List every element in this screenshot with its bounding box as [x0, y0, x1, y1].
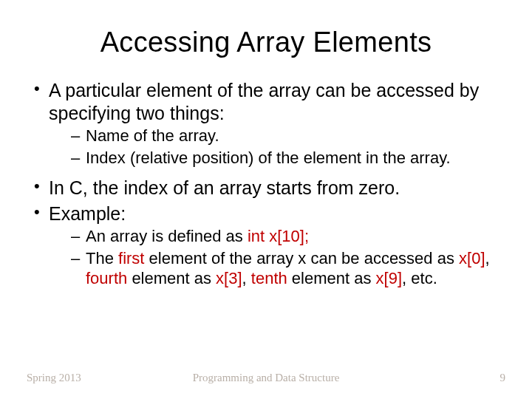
sub-text: Name of the array. [86, 126, 219, 145]
t: element of the array x can be accessed a… [144, 249, 459, 267]
kw-tenth: tenth [251, 269, 287, 287]
bullet-item: A particular element of the array can be… [33, 79, 502, 174]
bullet-item: Example: An array is defined as int x[10… [33, 202, 502, 295]
t: , etc. [402, 269, 437, 287]
t: element as [127, 269, 216, 287]
kw-first: first [118, 249, 144, 267]
bullet-list: A particular element of the array can be… [27, 79, 505, 295]
t: , [242, 269, 251, 287]
sub-item: The first element of the array x can be … [71, 248, 502, 289]
footer: Spring 2013 Programming and Data Structu… [27, 372, 505, 384]
code-red: int x[10]; [248, 227, 309, 245]
t: element as [287, 269, 376, 287]
sub-text: Index (relative position) of the element… [86, 149, 451, 167]
code-x3: x[3] [216, 269, 242, 287]
sub-item: An array is defined as int x[10]; [71, 226, 502, 247]
code-x9: x[9] [376, 269, 402, 287]
sub-item: Name of the array. [71, 126, 502, 146]
t: , [485, 249, 490, 267]
sub-text: An array is defined as [86, 227, 248, 245]
code-x0: x[0] [459, 249, 485, 267]
sub-list: Name of the array. Index (relative posit… [49, 124, 502, 174]
slide-title: Accessing Array Elements [27, 27, 505, 58]
bullet-text: A particular element of the array can be… [49, 80, 479, 123]
footer-center: Programming and Data Structure [27, 372, 505, 384]
bullet-text: Example: [49, 203, 126, 224]
t: The [86, 249, 118, 267]
sub-list: An array is defined as int x[10]; The fi… [49, 225, 502, 295]
bullet-text: In C, the index of an array starts from … [49, 177, 400, 198]
bullet-item: In C, the index of an array starts from … [33, 177, 502, 200]
sub-item: Index (relative position) of the element… [71, 148, 502, 168]
kw-fourth: fourth [86, 269, 127, 287]
slide: Accessing Array Elements A particular el… [0, 0, 532, 399]
